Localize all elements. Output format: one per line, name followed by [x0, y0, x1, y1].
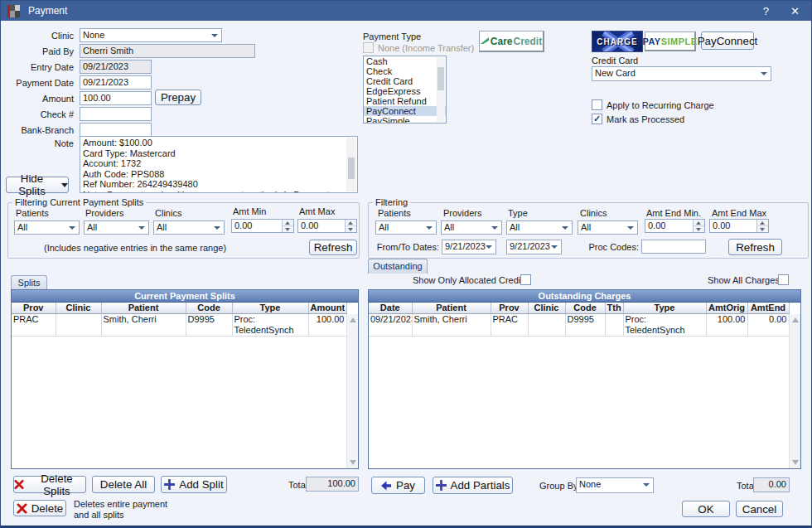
table-row[interactable]: PRAC Smith, CherriD9995 Proc: TeledentSy…	[12, 313, 346, 336]
payconnect-button[interactable]: PayConnect	[701, 31, 754, 50]
amt-max-stepper[interactable]: 0.00	[297, 219, 357, 233]
list-item[interactable]: PaySimple	[364, 116, 446, 124]
patients-select[interactable]: All	[375, 220, 437, 235]
chevron-down-icon	[211, 34, 218, 37]
amt-min-label: Amt Min	[233, 206, 266, 216]
scroll-up-icon[interactable]	[350, 317, 356, 322]
clinic-select[interactable]: None	[80, 28, 222, 42]
paid-by-label: Paid By	[1, 46, 74, 56]
credit-card-label: Credit Card	[592, 56, 638, 65]
cancel-button[interactable]: Cancel	[736, 501, 783, 517]
patients-select[interactable]: All	[14, 220, 80, 235]
help-icon[interactable]: ?	[763, 5, 769, 17]
credit-card-select[interactable]: New Card	[592, 66, 771, 81]
filter-outstanding-title: Filtering	[373, 197, 410, 207]
check-number-field[interactable]	[80, 107, 152, 121]
clinics-select[interactable]: All	[578, 220, 638, 235]
list-item[interactable]: Cash	[364, 56, 446, 66]
apply-recurring-checkbox[interactable]	[592, 99, 602, 110]
delete-button[interactable]: Delete	[13, 500, 66, 516]
payment-date-field[interactable]: 09/21/2023	[80, 75, 152, 90]
outstanding-grid-scrollbar[interactable]	[789, 314, 800, 468]
amt-max-label: Amt Max	[299, 206, 335, 216]
type-select[interactable]: All	[506, 220, 573, 235]
amount-field[interactable]: 100.00	[80, 91, 152, 105]
group-by-select[interactable]: None	[576, 477, 654, 493]
group-by-label: Group By	[539, 481, 578, 491]
refresh-outstanding-button[interactable]: Refresh	[728, 239, 782, 255]
spin-up-icon[interactable]	[283, 220, 293, 226]
table-row[interactable]: 09/21/2023Smith, Cherri PRAC D9995 Proc:…	[369, 313, 789, 336]
add-split-button[interactable]: Add Split	[161, 476, 227, 493]
spin-down-icon[interactable]	[283, 226, 293, 232]
date-from-select[interactable]: 9/21/2023	[442, 240, 496, 254]
scroll-up-icon[interactable]	[792, 317, 799, 322]
bank-branch-label: Bank-Branch	[1, 125, 74, 135]
note-field[interactable]: Amount: $100.00 Card Type: Mastercard Ac…	[80, 136, 358, 193]
spin-down-icon[interactable]	[694, 226, 704, 232]
amt-end-min-stepper[interactable]: 0.00	[645, 219, 705, 233]
spin-down-icon[interactable]	[757, 226, 768, 232]
list-item[interactable]: Patient Refund	[364, 96, 446, 106]
paysimple-button[interactable]: PAYSIMPLE	[645, 31, 696, 51]
scroll-down-icon[interactable]	[792, 460, 799, 465]
xcharge-button[interactable]: CHARGE	[592, 31, 643, 52]
proc-codes-field[interactable]	[641, 240, 706, 254]
refresh-splits-button[interactable]: Refresh	[309, 240, 357, 255]
list-item[interactable]: EdgeExpress	[364, 86, 446, 96]
providers-select[interactable]: All	[441, 220, 502, 235]
mark-processed-checkbox[interactable]: ✓	[592, 114, 602, 124]
apply-recurring-label: Apply to Recurring Charge	[607, 100, 714, 110]
outstanding-total-field: 0.00	[753, 477, 790, 492]
chevron-down-icon	[491, 226, 498, 230]
pay-button[interactable]: Pay	[371, 477, 425, 494]
providers-label: Providers	[443, 208, 481, 218]
outstanding-charges-grid[interactable]: Outstanding Charges DatePatient ProvClin…	[368, 289, 801, 469]
show-all-charges-label: Show All Charges	[708, 275, 780, 285]
add-partials-button[interactable]: Add Partials	[433, 477, 513, 494]
splits-grid-scrollbar[interactable]	[346, 314, 358, 468]
tab-splits[interactable]: Splits	[11, 275, 47, 290]
bank-branch-field[interactable]	[80, 123, 152, 137]
delete-all-button[interactable]: Delete All	[92, 476, 155, 493]
spin-down-icon[interactable]	[346, 226, 356, 232]
mark-processed-label: Mark as Processed	[607, 114, 684, 124]
note-scrollbar[interactable]	[346, 138, 356, 191]
spin-up-icon[interactable]	[346, 220, 356, 226]
delete-splits-button[interactable]: Delete Splits	[13, 476, 86, 493]
carecredit-button[interactable]: CareCredit	[479, 31, 544, 52]
ok-button[interactable]: OK	[682, 501, 730, 517]
patients-label: Patients	[378, 208, 411, 218]
spin-up-icon[interactable]	[694, 220, 704, 226]
splits-grid-title: Current Payment Splits	[12, 290, 358, 303]
tab-outstanding[interactable]: Outstanding	[368, 259, 428, 274]
date-to-select[interactable]: 9/21/2023	[506, 240, 562, 254]
spin-up-icon[interactable]	[757, 220, 768, 226]
prepay-button[interactable]: Prepay	[155, 90, 201, 105]
chevron-down-icon	[761, 72, 767, 75]
show-all-charges-checkbox[interactable]	[778, 274, 789, 285]
title-bar[interactable]: Payment ? ✕	[1, 1, 811, 21]
hide-splits-button[interactable]: Hide Splits	[6, 177, 69, 193]
list-item[interactable]: Check	[364, 66, 446, 76]
amt-min-stepper[interactable]: 0.00	[231, 219, 294, 233]
payment-date-label: Payment Date	[1, 78, 74, 88]
clinics-label: Clinics	[155, 208, 181, 218]
list-item-selected[interactable]: PayConnect	[364, 106, 446, 116]
scroll-down-icon[interactable]	[350, 460, 356, 465]
none-income-transfer-checkbox	[363, 42, 374, 53]
plus-icon	[164, 479, 175, 490]
close-icon[interactable]: ✕	[790, 5, 800, 17]
payment-dialog: Payment ? ✕ Clinic None Paid By Cherri S…	[0, 0, 812, 528]
window-title: Payment	[28, 5, 67, 17]
amt-end-max-label: Amt End Max	[712, 208, 766, 218]
list-item[interactable]: Credit Card	[364, 76, 446, 86]
amt-end-max-stepper[interactable]: 0.00	[709, 219, 769, 233]
payment-type-list[interactable]: Cash Check Credit Card EdgeExpress Patie…	[363, 56, 447, 124]
show-only-allocated-checkbox[interactable]	[520, 274, 531, 285]
providers-select[interactable]: All	[84, 220, 149, 235]
current-payment-splits-grid[interactable]: Current Payment Splits ProvClinic Patien…	[11, 289, 359, 469]
clinics-select[interactable]: All	[153, 220, 225, 235]
payment-type-scrollbar[interactable]	[437, 57, 445, 122]
splits-total-field: 100.00	[306, 477, 359, 492]
